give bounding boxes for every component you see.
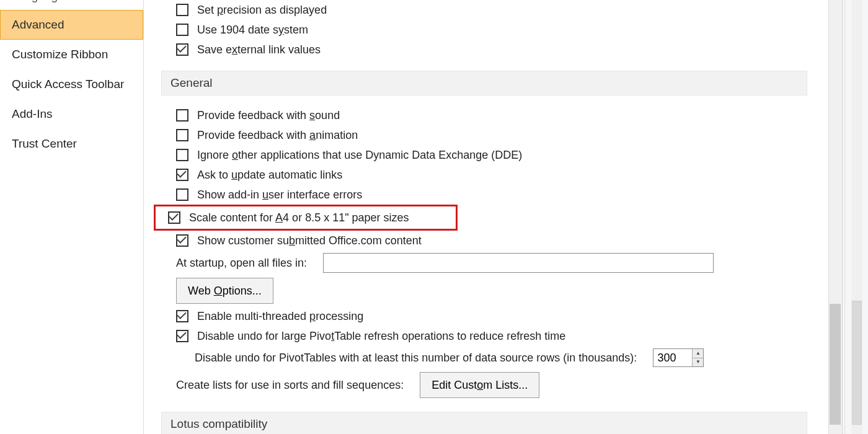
sidebar-item-trust-center[interactable]: Trust Center xyxy=(0,129,143,159)
section-header-lotus: Lotus compatibility xyxy=(161,412,807,434)
checkbox-label: Scale content for A4 or 8.5 x 11" paper … xyxy=(189,210,409,225)
checkbox-feedback-sound[interactable] xyxy=(176,109,188,122)
checkbox-label: Show add-in user interface errors xyxy=(197,187,362,202)
options-content: Set precision as displayed Use 1904 date… xyxy=(144,0,842,434)
web-options-button[interactable]: Web Options... xyxy=(176,278,273,304)
undo-threshold-input[interactable] xyxy=(653,349,692,366)
section-header-general: General xyxy=(161,71,807,95)
worksheet-scrollbar-thumb[interactable] xyxy=(852,301,862,425)
edit-custom-lists-button[interactable]: Edit Custom Lists... xyxy=(420,372,539,398)
option-startup-folder: At startup, open all files in: xyxy=(164,250,807,275)
spinner-down-button[interactable]: ▼ xyxy=(693,358,703,367)
option-save-external-links[interactable]: Save external link values xyxy=(164,40,807,60)
startup-folder-label: At startup, open all files in: xyxy=(176,255,307,270)
checkbox-set-precision[interactable] xyxy=(176,4,188,16)
options-dialog: Language Advanced Customize Ribbon Quick… xyxy=(0,0,843,434)
checkbox-addin-errors[interactable] xyxy=(176,188,188,201)
checkbox-1904-date[interactable] xyxy=(176,24,188,36)
row-custom-lists: Create lists for use in sorts and fill s… xyxy=(164,370,807,401)
sidebar-item-customize-ribbon[interactable]: Customize Ribbon xyxy=(0,40,143,69)
sidebar-item-language[interactable]: Language xyxy=(0,0,143,10)
sidebar-item-label: Customize Ribbon xyxy=(12,48,108,61)
checkbox-label: Ignore other applications that use Dynam… xyxy=(197,148,522,162)
option-officecom-content[interactable]: Show customer submitted Office.com conte… xyxy=(164,231,807,250)
option-feedback-sound[interactable]: Provide feedback with sound xyxy=(164,105,807,125)
option-set-precision[interactable]: Set precision as displayed xyxy=(164,0,807,20)
option-multithreaded[interactable]: Enable multi-threaded processing xyxy=(164,306,807,326)
sidebar-item-add-ins[interactable]: Add-Ins xyxy=(0,99,143,129)
highlight-scale-content: Scale content for A4 or 8.5 x 11" paper … xyxy=(154,205,458,231)
sidebar-item-advanced[interactable]: Advanced xyxy=(0,10,143,40)
checkbox-label: Ask to update automatic links xyxy=(197,167,342,182)
custom-lists-label: Create lists for use in sorts and fill s… xyxy=(176,378,404,392)
checkbox-update-links[interactable] xyxy=(176,169,188,181)
checkbox-label: Set precision as displayed xyxy=(197,2,327,17)
sidebar-item-label: Advanced xyxy=(12,18,64,31)
option-1904-date[interactable]: Use 1904 date system xyxy=(164,20,807,40)
checkbox-multithreaded[interactable] xyxy=(176,310,188,322)
options-category-sidebar: Language Advanced Customize Ribbon Quick… xyxy=(0,0,144,434)
spinner-up-button[interactable]: ▲ xyxy=(693,349,703,358)
option-update-links[interactable]: Ask to update automatic links xyxy=(164,165,807,185)
checkbox-scale-content[interactable] xyxy=(168,211,180,224)
undo-threshold-spinner[interactable]: ▲ ▼ xyxy=(653,348,704,367)
undo-threshold-label: Disable undo for PivotTables with at lea… xyxy=(195,350,637,365)
dialog-scrollbar-thumb[interactable] xyxy=(830,304,841,425)
checkbox-label: Save external link values xyxy=(197,42,321,57)
checkbox-label: Use 1904 date system xyxy=(197,22,308,37)
sidebar-item-label: Trust Center xyxy=(12,137,77,150)
option-ignore-dde[interactable]: Ignore other applications that use Dynam… xyxy=(164,145,807,165)
checkbox-label: Disable undo for large PivotTable refres… xyxy=(197,329,565,343)
checkbox-label: Show customer submitted Office.com conte… xyxy=(197,233,422,248)
sidebar-item-label: Add-Ins xyxy=(12,107,52,120)
checkbox-feedback-animation[interactable] xyxy=(176,129,188,141)
sidebar-item-quick-access-toolbar[interactable]: Quick Access Toolbar xyxy=(0,69,143,99)
checkbox-label: Provide feedback with sound xyxy=(197,108,340,123)
startup-folder-input[interactable] xyxy=(323,253,714,273)
sidebar-item-label: Quick Access Toolbar xyxy=(12,78,124,91)
checkbox-disable-undo-pivot[interactable] xyxy=(176,330,188,342)
option-disable-undo-pivot[interactable]: Disable undo for large PivotTable refres… xyxy=(164,326,807,346)
checkbox-save-external-links[interactable] xyxy=(176,43,188,56)
worksheet-scrollbar-area xyxy=(844,0,868,434)
sidebar-item-label: Language xyxy=(12,0,64,2)
option-scale-content[interactable]: Scale content for A4 or 8.5 x 11" paper … xyxy=(166,208,453,228)
checkbox-label: Provide feedback with animation xyxy=(197,128,358,143)
dialog-scrollbar-track[interactable] xyxy=(828,0,842,434)
checkbox-officecom-content[interactable] xyxy=(176,234,188,247)
checkbox-ignore-dde[interactable] xyxy=(176,149,188,161)
checkbox-label: Enable multi-threaded processing xyxy=(197,309,363,324)
option-feedback-animation[interactable]: Provide feedback with animation xyxy=(164,125,807,145)
row-web-options: Web Options... xyxy=(164,275,807,306)
option-addin-errors[interactable]: Show add-in user interface errors xyxy=(164,185,807,205)
option-undo-threshold: Disable undo for PivotTables with at lea… xyxy=(164,346,807,370)
